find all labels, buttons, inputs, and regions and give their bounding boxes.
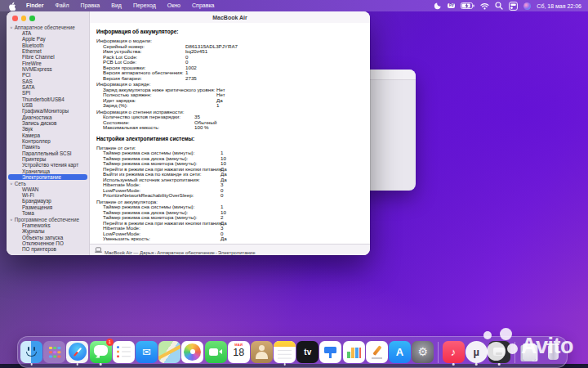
dock-item-calendar[interactable]: МАЙ18 xyxy=(228,339,250,366)
dock-item-music[interactable]: ♪ xyxy=(443,339,465,366)
menu-переход[interactable]: Переход xyxy=(127,0,162,11)
dock-item-trash[interactable] xyxy=(542,339,564,366)
dock-item-appletv[interactable]: tv xyxy=(296,339,318,366)
menu-finder[interactable]: Finder xyxy=(20,0,49,11)
sidebar-item-объекты-запуска[interactable]: Объекты запуска xyxy=(8,235,87,240)
input-source-indicator[interactable]: РУ xyxy=(448,3,455,9)
menu-файл[interactable]: Файл xyxy=(49,0,74,11)
menu-справка[interactable]: Справка xyxy=(186,0,220,11)
info-row-value: 100 % xyxy=(194,125,209,131)
sidebar-item-брандмауэр[interactable]: Брандмауэр xyxy=(8,198,87,204)
running-indicator xyxy=(283,363,286,366)
info-group: Информация о степени исправности:Количес… xyxy=(96,110,370,131)
sidebar-item-nvmexpress[interactable]: NVMExpress xyxy=(8,66,87,72)
control-center-icon[interactable] xyxy=(509,2,518,11)
sidebar-item-ethernet[interactable]: Ethernet xyxy=(8,48,87,54)
sidebar-item-sas[interactable]: SAS xyxy=(8,79,87,84)
dock-item-settings[interactable]: ⚙ xyxy=(412,339,434,366)
sidebar-section-header[interactable]: ∨Программное обеспечение xyxy=(7,217,89,222)
minimize-button[interactable] xyxy=(21,16,27,21)
launchpad-icon-shape xyxy=(49,347,52,350)
battery-charging-icon[interactable] xyxy=(461,2,474,9)
breadcrumb: MacBook Air — Дарья›Аппаратное обеспечен… xyxy=(105,243,256,256)
running-indicator xyxy=(77,363,79,366)
dock-item-safari[interactable] xyxy=(66,339,88,366)
sidebar-item-звук[interactable]: Звук xyxy=(8,126,87,132)
wifi-icon[interactable] xyxy=(480,2,489,10)
dock-item-appstore[interactable]: A xyxy=(389,339,411,366)
appstore-letter: A xyxy=(389,341,411,363)
safari-icon-shape xyxy=(69,343,87,361)
running-indicator xyxy=(30,363,33,366)
sidebar-item-apple-pay[interactable]: Apple Pay xyxy=(8,36,87,42)
sidebar-item-электропитание[interactable]: Электропитание xyxy=(8,174,87,180)
menu-правка[interactable]: Правка xyxy=(75,0,106,11)
sidebar-item-отключенное-по[interactable]: Отключенное ПО xyxy=(8,240,87,246)
menu-окно[interactable]: Окно xyxy=(162,0,186,11)
sidebar-item-диагностика[interactable]: Диагностика xyxy=(8,114,87,120)
sidebar-item-wi-fi[interactable]: Wi-Fi xyxy=(8,192,87,198)
sidebar-item-frameworks[interactable]: Frameworks xyxy=(8,222,87,228)
sidebar-item-firewire[interactable]: FireWire xyxy=(8,61,87,66)
sidebar-item-usb[interactable]: USB xyxy=(8,102,87,108)
window-title: MacBook Air xyxy=(212,15,247,20)
sidebar-item-размещения[interactable]: Размещения xyxy=(8,204,87,210)
dock-item-contacts[interactable] xyxy=(251,339,273,366)
downloads-icon xyxy=(519,341,541,363)
dock-item-pages[interactable] xyxy=(366,339,388,366)
sidebar-item-запись-дисков[interactable]: Запись дисков xyxy=(8,120,87,126)
contacts-icon xyxy=(251,341,273,363)
sidebar-item-устройство-чтения-карт[interactable]: Устройство чтения карт xyxy=(8,162,87,168)
sidebar-item-wwan[interactable]: WWAN xyxy=(8,186,87,192)
dock-item-photos[interactable] xyxy=(181,339,203,366)
sidebar-item-параллельный-scsi[interactable]: Параллельный SCSI xyxy=(8,150,87,156)
maps-icon xyxy=(158,341,180,363)
dock-item-utorrent[interactable]: µ xyxy=(466,339,488,366)
dock-item-keynote[interactable] xyxy=(319,339,341,366)
sidebar-item-fibre-channel[interactable]: Fibre Channel xyxy=(8,54,87,60)
dock-item-numbers[interactable] xyxy=(343,339,365,366)
apple-menu[interactable] xyxy=(8,2,16,11)
close-button[interactable] xyxy=(12,16,18,21)
sidebar-item-pci[interactable]: PCI xyxy=(8,72,87,78)
sidebar-item-журналы[interactable]: Журналы xyxy=(8,228,87,234)
menu-items: FinderФайлПравкаВидПереходОкноСправка xyxy=(20,0,220,11)
dock-item-messages[interactable]: 1 xyxy=(90,339,112,366)
numbers-icon-shape xyxy=(347,348,361,358)
dock-item-facetime[interactable] xyxy=(205,339,227,366)
sidebar-item-sata[interactable]: SATA xyxy=(8,84,87,90)
messages-icon-shape xyxy=(94,345,108,356)
appstore-icon: A xyxy=(389,341,411,363)
running-indicator xyxy=(475,363,478,366)
dock-item-reminders[interactable] xyxy=(113,339,135,366)
dock-item-notes[interactable] xyxy=(274,339,296,366)
dock-item-maps[interactable] xyxy=(158,339,180,366)
moon-focus-icon[interactable] xyxy=(434,2,442,10)
sidebar-item-spi[interactable]: SPI xyxy=(8,90,87,96)
sidebar-section-header[interactable]: ∨Сеть xyxy=(7,180,89,186)
sidebar-item-по-принтеров[interactable]: ПО принтеров xyxy=(8,246,87,252)
sidebar-item-thunderbolt-usb4[interactable]: Thunderbolt/USB4 xyxy=(8,96,87,102)
dock-item-finder[interactable] xyxy=(20,339,42,366)
notification-badge: 1 xyxy=(106,339,114,346)
siri-icon[interactable] xyxy=(523,2,531,10)
zoom-button[interactable] xyxy=(29,16,35,21)
sidebar-item-принтеры[interactable]: Принтеры xyxy=(8,156,87,162)
dock-item-mail[interactable]: ✉ xyxy=(136,339,158,366)
sidebar-item-контроллер[interactable]: Контроллер xyxy=(8,138,87,144)
sidebar-item-камера[interactable]: Камера xyxy=(8,132,87,138)
sidebar-section-header[interactable]: ∨Аппаратное обеспечение xyxy=(7,25,89,30)
sidebar-item-bluetooth[interactable]: Bluetooth xyxy=(8,43,87,48)
sidebar-item-графика-мониторы[interactable]: Графика/Мониторы xyxy=(8,108,87,114)
menubar-clock[interactable]: Сб, 18 мая 22:06 xyxy=(537,3,581,9)
sidebar-item-память[interactable]: Память xyxy=(8,144,87,150)
menu-вид[interactable]: Вид xyxy=(105,0,127,11)
sidebar-item-тома[interactable]: Тома xyxy=(8,210,87,216)
dock-item-downloads[interactable] xyxy=(519,339,541,366)
dock-item-dark-app[interactable] xyxy=(488,339,510,366)
keynote-icon-shape xyxy=(324,347,336,354)
dock-item-launchpad[interactable] xyxy=(43,339,65,366)
sidebar-item-ata[interactable]: ATA xyxy=(8,30,87,36)
spotlight-search-icon[interactable] xyxy=(495,2,503,10)
sidebar-item-хранилища[interactable]: Хранилища xyxy=(8,168,87,174)
